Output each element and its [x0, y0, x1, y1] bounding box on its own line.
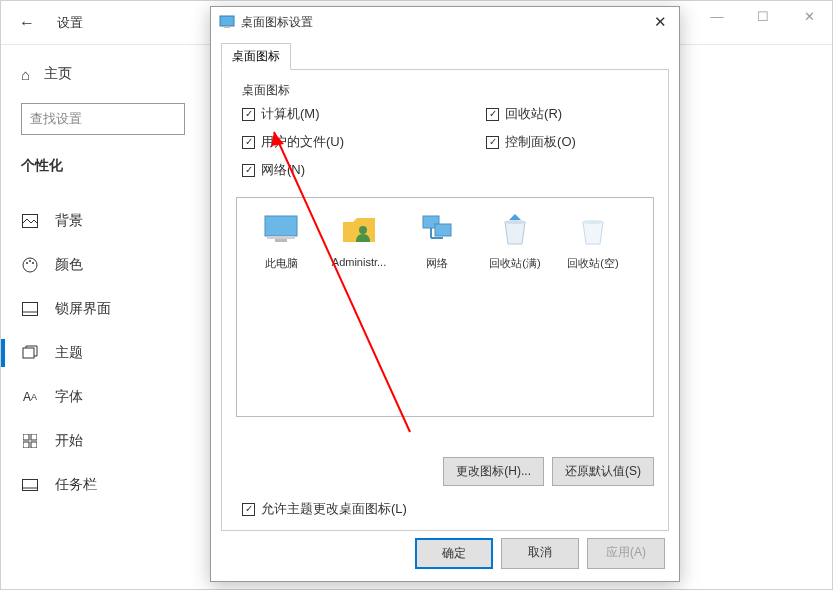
nav-label: 字体	[55, 388, 83, 406]
ok-button[interactable]: 确定	[415, 538, 493, 569]
lockscreen-icon	[21, 302, 39, 316]
svg-rect-6	[23, 312, 38, 316]
themes-icon	[21, 345, 39, 361]
icon-caption: 此电脑	[265, 256, 298, 271]
checkbox-controlpanel[interactable]: ✓控制面板(O)	[486, 133, 576, 151]
svg-rect-7	[23, 348, 34, 358]
icon-cell-recycle-full[interactable]: 回收站(满)	[479, 210, 551, 271]
svg-rect-17	[267, 236, 295, 239]
svg-rect-14	[220, 16, 234, 26]
svg-point-3	[29, 260, 31, 262]
icon-caption: Administr...	[332, 256, 386, 268]
icon-cell-network[interactable]: 网络	[401, 210, 473, 271]
dialog-title: 桌面图标设置	[241, 14, 631, 31]
picture-icon	[21, 214, 39, 228]
checkbox-recyclebin[interactable]: ✓回收站(R)	[486, 105, 576, 123]
nav-label: 开始	[55, 432, 83, 450]
icon-preview-panel: 此电脑 Administr... 网络	[236, 197, 654, 417]
nav-label: 任务栏	[55, 476, 97, 494]
svg-rect-16	[265, 216, 297, 236]
group-label: 桌面图标	[242, 82, 654, 99]
search-input[interactable]: 查找设置	[21, 103, 185, 135]
minimize-button[interactable]: —	[694, 1, 740, 31]
sidebar: ⌂ 主页 查找设置 个性化 背景 颜色 锁屏界面	[1, 45, 201, 507]
icon-cell-thispc[interactable]: 此电脑	[245, 210, 317, 271]
checkbox-grid: ✓计算机(M) ✓用户的文件(U) ✓网络(N) ✓回收站(R) ✓控制面板(O…	[242, 105, 654, 179]
svg-point-25	[582, 220, 604, 224]
dialog-buttons: 确定 取消 应用(A)	[415, 538, 665, 569]
checkbox-label: 用户的文件(U)	[261, 133, 344, 151]
nav-label: 背景	[55, 212, 83, 230]
svg-point-2	[26, 262, 28, 264]
apply-button[interactable]: 应用(A)	[587, 538, 665, 569]
recycle-empty-icon	[573, 210, 613, 250]
svg-rect-9	[31, 434, 37, 440]
icon-caption: 回收站(空)	[567, 256, 618, 271]
start-icon	[21, 434, 39, 448]
palette-icon	[21, 257, 39, 273]
icon-caption: 网络	[426, 256, 448, 271]
change-icon-button[interactable]: 更改图标(H)...	[443, 457, 544, 486]
close-button[interactable]: ✕	[786, 1, 832, 31]
window-controls: — ☐ ✕	[694, 1, 832, 31]
svg-rect-5	[23, 303, 38, 316]
checkbox-network[interactable]: ✓网络(N)	[242, 161, 344, 179]
cancel-button[interactable]: 取消	[501, 538, 579, 569]
checkbox-label: 网络(N)	[261, 161, 305, 179]
sidebar-item-background[interactable]: 背景	[21, 199, 201, 243]
svg-point-24	[504, 220, 526, 224]
home-label: 主页	[44, 65, 72, 83]
dialog-icon	[219, 14, 235, 30]
taskbar-icon	[21, 479, 39, 491]
section-title: 个性化	[21, 157, 201, 175]
sidebar-item-themes[interactable]: 主题	[21, 331, 201, 375]
fonts-icon: AA	[21, 390, 39, 404]
back-icon[interactable]: ←	[19, 14, 35, 32]
dialog-tabs: 桌面图标 桌面图标 ✓计算机(M) ✓用户的文件(U) ✓网络(N) ✓回收站(…	[211, 37, 679, 531]
sidebar-item-lockscreen[interactable]: 锁屏界面	[21, 287, 201, 331]
tab-panel: 桌面图标 ✓计算机(M) ✓用户的文件(U) ✓网络(N) ✓回收站(R) ✓控…	[221, 69, 669, 531]
computer-icon	[261, 210, 301, 250]
svg-rect-8	[23, 434, 29, 440]
svg-rect-12	[23, 480, 38, 491]
svg-rect-11	[31, 442, 37, 448]
svg-rect-21	[435, 224, 451, 236]
checkbox-allow-theme[interactable]: ✓允许主题更改桌面图标(L)	[242, 500, 407, 518]
settings-title: 设置	[57, 14, 83, 32]
sidebar-item-start[interactable]: 开始	[21, 419, 201, 463]
svg-point-4	[32, 262, 34, 264]
icon-cell-recycle-empty[interactable]: 回收站(空)	[557, 210, 629, 271]
preview-buttons: 更改图标(H)... 还原默认值(S)	[443, 457, 654, 486]
checkbox-userfiles[interactable]: ✓用户的文件(U)	[242, 133, 344, 151]
network-icon	[417, 210, 457, 250]
recycle-full-icon	[495, 210, 535, 250]
sidebar-item-home[interactable]: ⌂ 主页	[21, 65, 201, 83]
svg-point-19	[359, 226, 367, 234]
dialog-titlebar: 桌面图标设置 ✕	[211, 7, 679, 37]
dialog-close-button[interactable]: ✕	[631, 13, 671, 31]
icon-caption: 回收站(满)	[489, 256, 540, 271]
folder-user-icon	[339, 210, 379, 250]
svg-rect-10	[23, 442, 29, 448]
checkbox-label: 控制面板(O)	[505, 133, 576, 151]
checkbox-label: 允许主题更改桌面图标(L)	[261, 500, 407, 518]
nav-label: 锁屏界面	[55, 300, 111, 318]
restore-defaults-button[interactable]: 还原默认值(S)	[552, 457, 654, 486]
desktop-icon-dialog: 桌面图标设置 ✕ 桌面图标 桌面图标 ✓计算机(M) ✓用户的文件(U) ✓网络…	[210, 6, 680, 582]
maximize-button[interactable]: ☐	[740, 1, 786, 31]
checkbox-label: 回收站(R)	[505, 105, 562, 123]
sidebar-item-taskbar[interactable]: 任务栏	[21, 463, 201, 507]
home-icon: ⌂	[21, 66, 30, 83]
nav-label: 颜色	[55, 256, 83, 274]
sidebar-item-colors[interactable]: 颜色	[21, 243, 201, 287]
svg-rect-18	[275, 239, 287, 242]
checkbox-computer[interactable]: ✓计算机(M)	[242, 105, 344, 123]
tab-desktop-icons[interactable]: 桌面图标	[221, 43, 291, 70]
svg-rect-15	[224, 26, 230, 28]
sidebar-item-fonts[interactable]: AA 字体	[21, 375, 201, 419]
icon-cell-admin[interactable]: Administr...	[323, 210, 395, 271]
checkbox-label: 计算机(M)	[261, 105, 320, 123]
nav-label: 主题	[55, 344, 83, 362]
